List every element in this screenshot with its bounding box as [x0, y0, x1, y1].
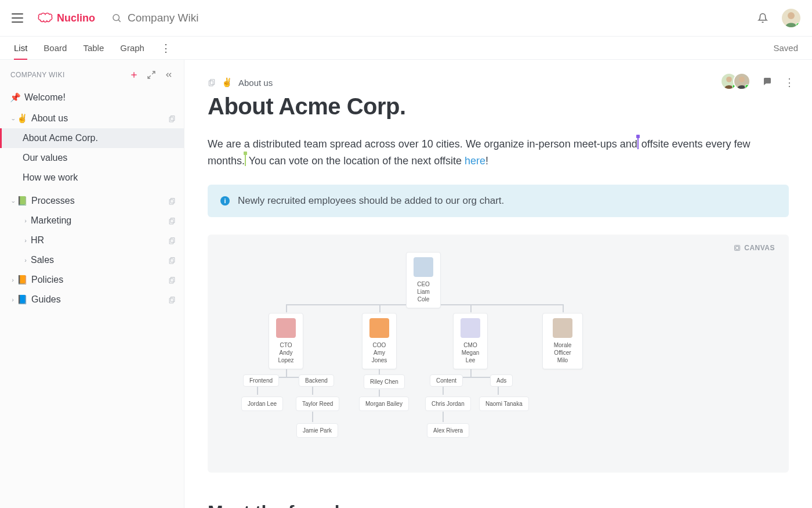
collaborator-cursor-green: [245, 154, 246, 166]
sidebar-item-hr[interactable]: › HR: [0, 230, 184, 250]
breadcrumb[interactable]: ✌️ About us: [208, 77, 789, 88]
user-avatar[interactable]: [782, 9, 800, 27]
pages-icon: [168, 115, 176, 123]
svg-rect-21: [211, 80, 215, 85]
tab-more-icon[interactable]: ⋮: [161, 43, 171, 53]
tab-graph[interactable]: Graph: [120, 37, 144, 59]
sidebar-item-our-values[interactable]: Our values: [0, 148, 184, 168]
more-options-icon[interactable]: ⋮: [784, 76, 795, 87]
offsite-vote-link[interactable]: here: [465, 155, 485, 167]
comments-icon[interactable]: [762, 76, 773, 87]
org-dept-backend[interactable]: Backend: [299, 374, 334, 387]
org-person-chris[interactable]: Chris Jordan: [425, 397, 471, 411]
chevron-right-icon: ›: [23, 237, 28, 244]
blue-book-icon: 📘: [17, 294, 28, 305]
search-input[interactable]: [128, 12, 267, 24]
info-text: Newly recruited employees should be adde…: [238, 195, 504, 207]
svg-line-1: [118, 20, 120, 21]
org-person-alex[interactable]: Alex Rivera: [427, 423, 469, 438]
sidebar: COMPANY WIKI 📌 Welcome! ⌄ ✌️ About us Ab…: [0, 60, 184, 508]
brain-icon: [37, 12, 53, 24]
org-node-cmo[interactable]: CMO Megan Lee: [453, 313, 488, 369]
intro-paragraph[interactable]: We are a distributed team spread across …: [208, 136, 789, 170]
tab-board[interactable]: Board: [44, 37, 67, 59]
sidebar-item-policies[interactable]: › 📙 Policies: [0, 270, 184, 290]
bell-icon[interactable]: [757, 13, 768, 23]
collapse-sidebar-icon[interactable]: [164, 70, 173, 80]
sidebar-title: COMPANY WIKI: [10, 71, 65, 79]
sidebar-pinned-welcome[interactable]: 📌 Welcome!: [0, 87, 184, 109]
document-content: ⋮ ✌️ About us About Acme Corp. We are a …: [184, 60, 812, 508]
expand-icon[interactable]: [147, 70, 156, 80]
svg-rect-10: [169, 219, 173, 224]
svg-rect-16: [169, 278, 173, 283]
logo-text: Nuclino: [57, 12, 95, 24]
svg-rect-13: [171, 257, 175, 262]
section-heading-founder[interactable]: Meet the founder: [208, 502, 789, 508]
pages-icon: [168, 217, 176, 225]
pages-icon: [168, 276, 176, 284]
org-person-naomi[interactable]: Naomi Tanaka: [479, 397, 529, 411]
org-node-ceo[interactable]: CEO Liam Cole: [406, 252, 441, 308]
svg-point-2: [788, 12, 795, 19]
sidebar-item-marketing[interactable]: › Marketing: [0, 211, 184, 230]
svg-rect-5: [171, 116, 175, 120]
pages-icon: [168, 197, 176, 205]
collaborator-avatars[interactable]: [720, 73, 751, 90]
chevron-right-icon: ›: [23, 217, 28, 224]
logo[interactable]: Nuclino: [37, 12, 95, 24]
svg-rect-14: [169, 258, 173, 263]
org-person-riley[interactable]: Riley Chen: [364, 374, 405, 389]
pages-icon: [168, 296, 176, 304]
tab-list[interactable]: List: [14, 37, 27, 60]
save-status: Saved: [773, 43, 798, 53]
chevron-down-icon: ⌄: [10, 116, 16, 121]
sidebar-item-guides[interactable]: › 📘 Guides: [0, 290, 184, 309]
svg-point-19: [726, 77, 732, 82]
svg-rect-6: [169, 117, 173, 121]
search-icon[interactable]: [111, 13, 122, 23]
info-icon: i: [220, 196, 230, 206]
sidebar-item-processes[interactable]: ⌄ 📗 Processes: [0, 191, 184, 211]
org-person-taylor[interactable]: Taylor Reed: [296, 397, 339, 411]
info-callout: i Newly recruited employees should be ad…: [208, 185, 789, 217]
org-person-morgan[interactable]: Morgan Bailey: [359, 397, 409, 411]
chevron-right-icon: ›: [10, 276, 16, 283]
svg-point-20: [739, 77, 745, 82]
plus-icon[interactable]: [129, 70, 139, 80]
svg-rect-12: [169, 239, 173, 243]
org-node-morale-officer[interactable]: Morale Officer Milo: [542, 313, 583, 369]
org-dept-frontend[interactable]: Frontend: [243, 374, 279, 387]
breadcrumb-text: About us: [238, 78, 273, 88]
pages-icon: [208, 78, 216, 87]
svg-rect-15: [171, 277, 175, 282]
victory-hand-icon: ✌️: [222, 77, 233, 88]
org-node-cto[interactable]: CTO Andy Lopez: [269, 313, 303, 369]
collaborator-cursor-purple: [637, 138, 639, 149]
pin-icon: 📌: [10, 92, 21, 103]
sidebar-item-sales[interactable]: › Sales: [0, 250, 184, 270]
tab-table[interactable]: Table: [83, 37, 104, 59]
org-dept-ads[interactable]: Ads: [490, 374, 513, 387]
svg-rect-9: [171, 218, 175, 222]
green-book-icon: 📗: [17, 196, 28, 206]
svg-rect-7: [171, 198, 175, 203]
org-person-jamie[interactable]: Jamie Park: [296, 423, 338, 438]
sidebar-item-how-we-work[interactable]: How we work: [0, 168, 184, 188]
menu-icon[interactable]: [12, 13, 23, 23]
chevron-right-icon: ›: [23, 257, 28, 264]
page-title[interactable]: About Acme Corp.: [208, 93, 789, 120]
svg-rect-17: [171, 297, 175, 301]
org-person-jordan[interactable]: Jordan Lee: [241, 397, 283, 411]
pages-icon: [168, 257, 176, 264]
svg-rect-18: [169, 298, 173, 302]
sidebar-item-about-us[interactable]: ⌄ ✌️ About us: [0, 109, 184, 128]
org-node-coo[interactable]: COO Amy Jones: [362, 313, 397, 369]
canvas-embed[interactable]: CANVAS: [208, 235, 789, 473]
org-chart: CEO Liam Cole CTO Andy Lopez COO Amy Jon…: [222, 246, 774, 455]
org-dept-content[interactable]: Content: [430, 374, 463, 387]
svg-rect-22: [209, 81, 213, 86]
svg-point-0: [113, 15, 119, 21]
svg-rect-11: [171, 237, 175, 242]
sidebar-item-about-acme[interactable]: About Acme Corp.: [0, 128, 184, 148]
